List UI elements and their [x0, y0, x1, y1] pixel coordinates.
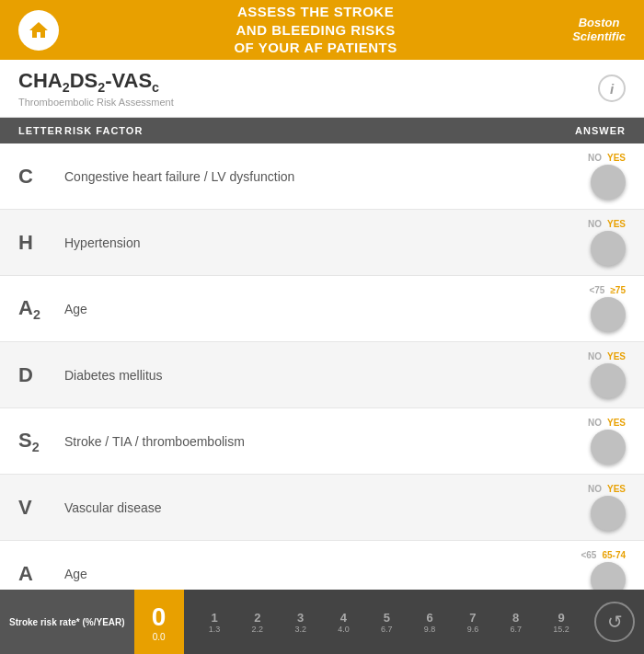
toggle-c[interactable]: [591, 165, 626, 200]
row-answer-a: <65 65-74: [534, 550, 626, 592]
table-row: A2 Age <75 ≥75: [0, 276, 644, 342]
label-gte75-a2: ≥75: [610, 285, 626, 295]
label-yes-v: YES: [607, 484, 626, 494]
table-row: S2 Stroke / TIA / thromboembolism NO YES: [0, 408, 644, 475]
row-factor-d: Diabetes mellitus: [64, 367, 534, 384]
row-answer-h: NO YES: [534, 219, 626, 266]
label-lt65-a: <65: [581, 550, 596, 560]
row-answer-a2: <75 ≥75: [534, 285, 626, 332]
column-headers: LETTER RISK FACTOR ANSWER: [0, 118, 644, 143]
row-answer-c: NO YES: [534, 153, 626, 200]
row-factor-c: Congestive heart failure / LV dysfunctio…: [64, 168, 534, 185]
info-button[interactable]: i: [598, 75, 626, 102]
table-row: A Age <65 65-74: [0, 541, 644, 592]
bottom-bar: Stroke risk rate* (%/YEAR) 0 0.0 1 1.3 2…: [0, 590, 644, 654]
label-no-c: NO: [588, 153, 602, 163]
risk-rows-container: C Congestive heart failure / LV dysfunct…: [0, 143, 644, 592]
score-item-9[interactable]: 9 15.2: [553, 611, 569, 634]
score-decimal: 0.0: [153, 632, 166, 642]
row-factor-a: Age: [64, 566, 534, 582]
score-item-5[interactable]: 5 6.7: [381, 611, 393, 634]
table-row: V Vascular disease NO YES: [0, 475, 644, 541]
score-item-8[interactable]: 8 6.7: [510, 611, 522, 634]
app-title: CHA2DS2-VASc: [18, 69, 174, 95]
app-header: ASSESS THE STROKE AND BLEEDING RISKS OF …: [0, 0, 644, 60]
score-item-6[interactable]: 6 9.8: [424, 611, 436, 634]
row-factor-a2: Age: [64, 301, 534, 317]
row-letter-a2: A2: [18, 296, 64, 322]
row-factor-h: Hypertension: [64, 235, 534, 251]
current-score: 0 0.0: [134, 590, 184, 654]
row-letter-a: A: [18, 562, 64, 586]
row-letter-c: C: [18, 165, 64, 189]
table-row: H Hypertension NO YES: [0, 210, 644, 276]
row-letter-h: H: [18, 231, 64, 255]
home-button[interactable]: [18, 10, 59, 51]
label-no-d: NO: [588, 351, 602, 361]
col-header-risk: RISK FACTOR: [64, 125, 534, 136]
label-lt75-a2: <75: [589, 285, 604, 295]
label-no-v: NO: [588, 484, 602, 494]
score-item-1[interactable]: 1 1.3: [209, 611, 221, 634]
score-item-4[interactable]: 4 4.0: [338, 611, 350, 634]
table-row: D Diabetes mellitus NO YES: [0, 342, 644, 408]
row-letter-s2: S2: [18, 429, 64, 454]
toggle-v[interactable]: [591, 496, 626, 531]
reset-button[interactable]: ↺: [594, 602, 635, 642]
col-header-letter: LETTER: [18, 125, 64, 136]
label-no-s2: NO: [588, 418, 602, 428]
home-icon: [28, 19, 50, 41]
row-letter-v: V: [18, 496, 64, 520]
label-yes-h: YES: [607, 219, 626, 229]
toggle-h[interactable]: [591, 231, 626, 266]
score-item-2[interactable]: 2 2.2: [252, 611, 264, 634]
row-answer-s2: NO YES: [534, 418, 626, 465]
header-title: ASSESS THE STROKE AND BLEEDING RISKS OF …: [59, 3, 572, 57]
score-value: 0: [152, 602, 167, 632]
row-answer-v: NO YES: [534, 484, 626, 531]
brand-logo: Boston Scientific: [572, 17, 626, 43]
col-header-answer: ANSWER: [534, 125, 626, 136]
toggle-d[interactable]: [591, 363, 626, 398]
toggle-a[interactable]: [591, 562, 626, 592]
toggle-s2[interactable]: [591, 430, 626, 465]
row-factor-v: Vascular disease: [64, 499, 534, 516]
score-item-7[interactable]: 7 9.6: [467, 611, 479, 634]
label-yes-d: YES: [607, 351, 626, 361]
row-answer-d: NO YES: [534, 351, 626, 398]
label-yes-s2: YES: [607, 418, 626, 428]
stroke-risk-label: Stroke risk rate* (%/YEAR): [0, 590, 134, 654]
row-letter-d: D: [18, 363, 64, 387]
title-bar: CHA2DS2-VASc Thromboembolic Risk Assessm…: [0, 60, 644, 118]
label-yes-c: YES: [607, 153, 626, 163]
label-no-h: NO: [588, 219, 602, 229]
row-factor-s2: Stroke / TIA / thromboembolism: [64, 433, 534, 450]
score-scale: 1 1.3 2 2.2 3 3.2 4 4.0 5 6.7 6 9.8 7 9.…: [184, 611, 594, 634]
table-row: C Congestive heart failure / LV dysfunct…: [0, 143, 644, 210]
toggle-a2[interactable]: [591, 297, 626, 332]
label-6574-a: 65-74: [602, 550, 626, 560]
score-item-3[interactable]: 3 3.2: [294, 611, 306, 634]
app-subtitle: Thromboembolic Risk Assessment: [18, 97, 174, 108]
